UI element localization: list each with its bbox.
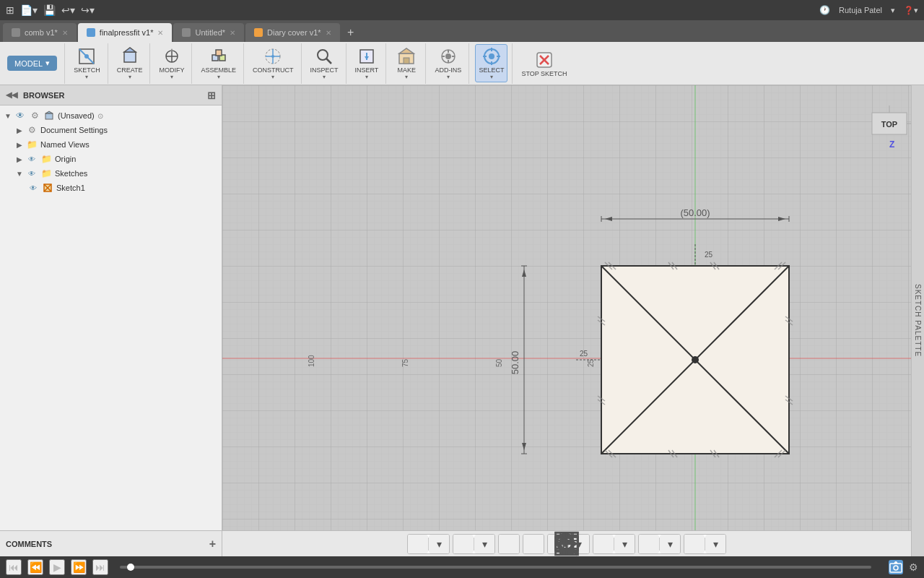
- tree-item-docsettings[interactable]: ▶ ⚙ Document Settings: [0, 123, 222, 137]
- model-dropdown-icon: ▾: [45, 59, 50, 68]
- make-icon: [396, 46, 417, 66]
- playback-bar: ⏮ ⏪ ▶ ⏩ ⏭ ⚙: [0, 556, 924, 578]
- select-dropdown: ▾: [490, 74, 493, 80]
- toolbar-group-assemble: ASSEMBLE ▾: [193, 43, 244, 84]
- playback-settings-button[interactable]: ⚙: [909, 561, 918, 573]
- tree-item-origin[interactable]: ▶ 👁 📁 Origin: [0, 152, 222, 166]
- units-button[interactable]: [684, 535, 705, 553]
- tab-finalpressfit[interactable]: finalpressfit v1* ✕: [78, 23, 173, 42]
- tab-untitled[interactable]: Untitled* ✕: [173, 23, 244, 42]
- playback-next-end-button[interactable]: ⏭: [92, 559, 108, 575]
- namedviews-label: Named Views: [40, 140, 90, 149]
- tree-arrow-root[interactable]: ▼: [3, 112, 13, 120]
- modify-button[interactable]: MODIFY ▾: [156, 45, 187, 82]
- svg-point-53: [692, 356, 699, 363]
- root-label: (Unsaved): [58, 111, 95, 120]
- playback-next-button[interactable]: ⏩: [71, 559, 87, 575]
- grid-icon[interactable]: ⊞: [6, 4, 14, 16]
- addins-label: ADD-INS: [435, 66, 461, 74]
- tree-item-namedviews[interactable]: ▶ 📁 Named Views: [0, 137, 222, 152]
- model-button[interactable]: MODEL ▾: [7, 56, 57, 71]
- tree-arrow-docsettings[interactable]: ▶: [14, 126, 25, 134]
- browser-content: ▼ 👁 ⚙ (Unsaved) ⊙ ▶ ⚙ Document Settings …: [0, 105, 222, 530]
- modify-dropdown: ▾: [170, 74, 173, 80]
- svg-text:25: 25: [587, 358, 595, 367]
- tree-item-root[interactable]: ▼ 👁 ⚙ (Unsaved) ⊙: [0, 108, 222, 123]
- tree-item-sketches[interactable]: ▼ 👁 📁 Sketches: [0, 166, 222, 181]
- assemble-dropdown: ▾: [217, 74, 220, 80]
- tree-arrow-namedviews[interactable]: ▶: [14, 141, 25, 149]
- playback-timeline[interactable]: [120, 566, 871, 569]
- toolbar-group-make: MAKE ▾: [388, 43, 426, 84]
- addins-button[interactable]: ADD-INS ▾: [432, 45, 464, 82]
- tab-finalpressfit-close[interactable]: ✕: [157, 29, 163, 37]
- playback-prev-button[interactable]: ⏪: [27, 559, 43, 575]
- add-tab-button[interactable]: +: [341, 23, 360, 42]
- tab-untitled-close[interactable]: ✕: [230, 29, 235, 37]
- tab-diarycover[interactable]: Diary cover v1* ✕: [245, 23, 340, 42]
- origin-label: Origin: [55, 155, 76, 163]
- modify-icon: [162, 46, 182, 66]
- insert-icon: [357, 46, 377, 66]
- root-settings-icon[interactable]: ⊙: [97, 112, 103, 120]
- playback-prev-start-button[interactable]: ⏮: [6, 559, 22, 575]
- browser-expand-button[interactable]: ⊞: [207, 90, 216, 101]
- sketch-palette-panel[interactable]: SKETCH PALETTE: [911, 85, 924, 556]
- origin-eye-icon[interactable]: 👁: [26, 153, 38, 165]
- svg-text:50: 50: [495, 358, 503, 367]
- sketch-icon: [77, 46, 97, 66]
- inspect-button[interactable]: INSPECT ▾: [308, 45, 341, 82]
- undo-icon[interactable]: ↩▾: [61, 4, 75, 16]
- tab-bar: comb v1* ✕ finalpressfit v1* ✕ Untitled*…: [0, 20, 924, 42]
- sketch-palette-label: SKETCH PALETTE: [914, 284, 922, 357]
- tab-comb[interactable]: comb v1* ✕: [3, 23, 77, 42]
- svg-point-138: [894, 566, 898, 570]
- svg-rect-137: [890, 564, 902, 572]
- stop-sketch-button[interactable]: STOP SKETCH: [518, 48, 570, 79]
- tree-arrow-origin[interactable]: ▶: [14, 155, 25, 163]
- create-dropdown: ▾: [128, 74, 131, 80]
- browser-collapse-button[interactable]: ◀◀: [6, 90, 17, 100]
- toolbar-group-sketch: SKETCH ▾: [66, 43, 108, 84]
- addins-dropdown: ▾: [447, 74, 450, 80]
- user-dropdown-icon[interactable]: ▾: [891, 6, 895, 15]
- root-eye-icon[interactable]: 👁: [14, 110, 26, 121]
- svg-marker-4: [124, 48, 136, 52]
- tree-arrow-sketches[interactable]: ▼: [14, 170, 25, 178]
- svg-text:75: 75: [401, 358, 409, 367]
- assemble-label: ASSEMBLE: [201, 66, 236, 74]
- tab-diarycover-close[interactable]: ✕: [326, 29, 331, 37]
- comments-add-button[interactable]: +: [209, 538, 216, 551]
- browser-header: ◀◀ BROWSER ⊞: [0, 85, 222, 105]
- main-toolbar: MODEL ▾ SKETCH ▾ CREATE ▾ MODIFY: [0, 42, 924, 85]
- insert-button[interactable]: INSERT ▾: [352, 45, 382, 82]
- redo-icon[interactable]: ↪▾: [81, 4, 95, 16]
- help-icon[interactable]: ❓▾: [904, 6, 918, 15]
- playback-play-button[interactable]: ▶: [49, 559, 65, 575]
- tab-comb-label: comb v1*: [25, 28, 58, 37]
- tree-item-sketch1[interactable]: 👁 Sketch1: [0, 181, 222, 195]
- sketches-eye-icon[interactable]: 👁: [26, 168, 38, 179]
- sketch-button[interactable]: SKETCH ▾: [71, 45, 103, 82]
- select-button[interactable]: SELECT ▾: [475, 44, 507, 82]
- browser-panel: ◀◀ BROWSER ⊞ ▼ 👁 ⚙ (Unsaved) ⊙ ▶ ⚙ Docum…: [0, 85, 222, 556]
- svg-text:25: 25: [580, 350, 588, 358]
- construct-button[interactable]: CONSTRUCT ▾: [250, 45, 297, 82]
- svg-point-16: [318, 50, 328, 60]
- user-name[interactable]: Rutuja Patel: [839, 6, 882, 14]
- bottom-toolbar: ▾ ▾: [222, 530, 911, 556]
- tab-comb-close[interactable]: ✕: [62, 29, 68, 37]
- save-icon[interactable]: 💾: [43, 4, 56, 16]
- root-gear-icon[interactable]: ⚙: [29, 110, 40, 121]
- svg-marker-8: [170, 48, 173, 51]
- create-button[interactable]: CREATE ▾: [114, 45, 146, 82]
- file-icon[interactable]: 📄▾: [20, 4, 38, 16]
- playback-thumb[interactable]: [127, 564, 134, 571]
- sketch1-eye-icon[interactable]: 👁: [27, 182, 39, 194]
- tab-diarycover-label: Diary cover v1*: [267, 28, 321, 37]
- assemble-button[interactable]: ASSEMBLE ▾: [198, 45, 239, 82]
- sketch1-label: Sketch1: [56, 184, 85, 192]
- svg-marker-139: [894, 561, 898, 564]
- canvas-area[interactable]: (50.00) 50.00 25 25: [222, 85, 911, 556]
- make-button[interactable]: MAKE ▾: [392, 45, 421, 82]
